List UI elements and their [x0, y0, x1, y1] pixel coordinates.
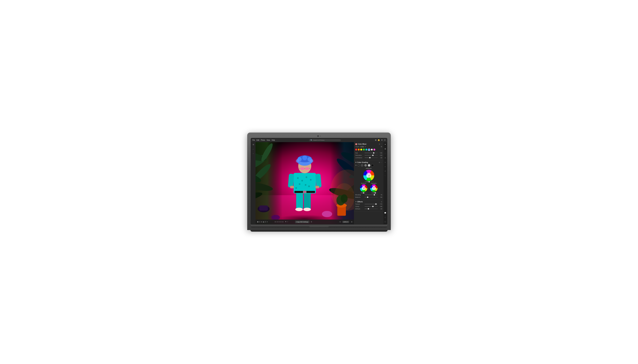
blending-slider-track[interactable] [365, 195, 378, 195]
menu-file[interactable]: File [252, 139, 255, 141]
color-dot-orange[interactable] [358, 149, 360, 150]
highlights-brightness-thumb[interactable] [375, 192, 376, 194]
panel-icon-tags[interactable]: ⬡ [384, 216, 387, 219]
shadows-brightness-slider[interactable] [360, 193, 367, 193]
star-2[interactable]: ★ [276, 221, 278, 223]
luminance-slider-thumb[interactable] [369, 157, 370, 158]
menu-help[interactable]: Help [272, 139, 275, 141]
color-grading-visibility[interactable]: ◎ [379, 162, 380, 163]
highlights-brightness-slider[interactable] [370, 193, 378, 193]
adjust-settings-icon[interactable]: ⚙ [381, 146, 382, 148]
cg-linked-icon[interactable]: ✦ [355, 164, 357, 166]
panel-icon-more[interactable]: ··· [384, 174, 387, 177]
search-placeholder: Search All Photos [313, 140, 324, 141]
shadows-color-wheel[interactable] [360, 184, 367, 192]
panel-icon-info[interactable]: ⓘ [384, 220, 387, 223]
copy-edit-button[interactable]: Copy Edit Settings [295, 221, 309, 223]
adjust-value[interactable]: Color [360, 146, 365, 148]
panel-icon-auto[interactable]: ✦ [384, 143, 387, 146]
view-dropdown[interactable]: ▾ [267, 221, 268, 223]
zoom-control[interactable]: 100% ▾ [342, 221, 349, 223]
color-dot-yellow[interactable] [360, 149, 362, 150]
view-grid-small[interactable]: ⊟ [259, 221, 260, 223]
effects-visibility[interactable]: ◎ [381, 201, 382, 202]
sidebar-back-icon[interactable]: ← [252, 148, 255, 151]
panel-icon-history[interactable]: ↺ [384, 170, 387, 173]
midtones-brightness-slider[interactable] [364, 182, 374, 182]
hue-slider-thumb[interactable] [373, 152, 374, 154]
color-dot-white[interactable] [371, 149, 373, 150]
midtones-color-wheel[interactable] [363, 170, 374, 181]
star-3[interactable]: ★ [278, 221, 280, 223]
color-grading-header: ❋ Color Grading ◎ ⋯ [354, 160, 383, 164]
sidebar-grid-icon[interactable]: ⊞ [252, 143, 255, 146]
grid-view-icon[interactable]: ⊞ [351, 221, 352, 223]
panel-icon-crop[interactable]: ⬚ [384, 152, 387, 155]
dehaze-slider-track[interactable] [365, 209, 378, 209]
color-dot-red[interactable] [355, 149, 357, 150]
color-mixer-menu[interactable]: ⋯ [381, 143, 382, 145]
balance-slider-track[interactable] [365, 197, 378, 197]
balance-slider-thumb[interactable] [367, 196, 368, 198]
shadows-brightness-thumb[interactable] [363, 192, 364, 194]
screen: File Edit Photo View Help 🔍 Search All P… [251, 138, 387, 224]
panel-icon-heal[interactable]: ⊕ [384, 156, 387, 159]
trackpad[interactable] [309, 226, 329, 227]
cg-black-icon[interactable] [371, 164, 374, 167]
cg-midtones-icon[interactable] [364, 164, 367, 167]
panel-icon-sliders[interactable]: ☰ [384, 148, 387, 150]
search-bar[interactable]: 🔍 Search All Photos [309, 139, 341, 141]
filter-icon[interactable]: ⊞ [375, 139, 376, 141]
bell-icon[interactable]: 🔔 [378, 139, 380, 141]
effects-collapse-icon[interactable]: ▼ [355, 201, 357, 203]
cg-all-icon[interactable] [358, 164, 360, 166]
luminance-slider-track[interactable] [365, 158, 378, 158]
svg-rect-20 [296, 192, 303, 209]
view-list[interactable]: ☰ [265, 221, 266, 223]
star-5[interactable]: ★ [282, 221, 284, 223]
color-dot-cyan[interactable] [365, 149, 367, 150]
blending-slider-thumb[interactable] [374, 194, 375, 196]
color-dot-magenta[interactable] [373, 149, 375, 150]
panel-icon-presets[interactable]: ≡ [384, 165, 387, 168]
flag-icon[interactable]: ⚑ [285, 221, 287, 223]
saturation-slider-thumb[interactable] [372, 155, 373, 156]
sidebar-forward-icon[interactable]: → [252, 152, 255, 155]
share-icon[interactable]: ⬆ [381, 139, 383, 141]
panel-icon-comments[interactable]: 💬 [384, 212, 387, 214]
flag-icon-2[interactable]: ⚐ [287, 221, 288, 223]
menu-view[interactable]: View [267, 139, 270, 141]
rating-stars[interactable]: ★ ★ ★ ★ ★ ⚑ ⚐ [269, 221, 294, 223]
star-1[interactable]: ★ [275, 221, 276, 223]
adjust-dropdown[interactable]: ▾ [365, 146, 366, 148]
color-dot-green[interactable] [363, 149, 365, 150]
svg-point-76 [374, 190, 375, 190]
highlights-color-wheel[interactable] [370, 184, 378, 192]
right-area: ⬤ Color Mixer ◎ ⋯ Adjust Color ▾ [354, 142, 387, 224]
midtones-brightness-thumb[interactable] [369, 181, 370, 182]
view-columns[interactable]: ⊞ [261, 221, 262, 223]
texture-slider-track[interactable] [365, 204, 378, 204]
hue-slider-track[interactable] [365, 153, 378, 153]
photo-bottom-bar: ⊞ ⊟ ⊞ ▣ ☰ ▾ ★ ★ ★ ★ [256, 220, 354, 224]
menu-edit[interactable]: Edit [257, 139, 259, 141]
color-dot-blue[interactable] [368, 149, 370, 151]
color-mixer-visibility[interactable]: ◎ [379, 143, 380, 145]
zoom-dropdown-icon[interactable]: ▾ [347, 221, 348, 223]
dehaze-slider-thumb[interactable] [368, 208, 369, 210]
effects-header: ▼ Effects ◎ [354, 200, 383, 203]
info-icon[interactable]: ⓘ [384, 139, 386, 141]
settings-gear-icon[interactable]: ⚙ [311, 221, 312, 223]
view-grid-large[interactable]: ⊞ [257, 221, 258, 223]
cg-highlights-icon[interactable] [368, 164, 370, 167]
panel-icon-mask[interactable]: ⧈ [384, 161, 387, 164]
texture-slider-thumb[interactable] [375, 204, 377, 205]
star-4[interactable]: ★ [280, 221, 282, 223]
color-grading-menu[interactable]: ⋯ [381, 162, 382, 163]
cg-shadows-icon[interactable] [361, 164, 363, 167]
view-single[interactable]: ▣ [263, 221, 264, 223]
menu-photo[interactable]: Photo [261, 139, 265, 141]
clarity-slider-track[interactable] [365, 206, 378, 206]
clarity-slider-thumb[interactable] [372, 206, 373, 207]
saturation-slider-track[interactable] [365, 155, 378, 156]
